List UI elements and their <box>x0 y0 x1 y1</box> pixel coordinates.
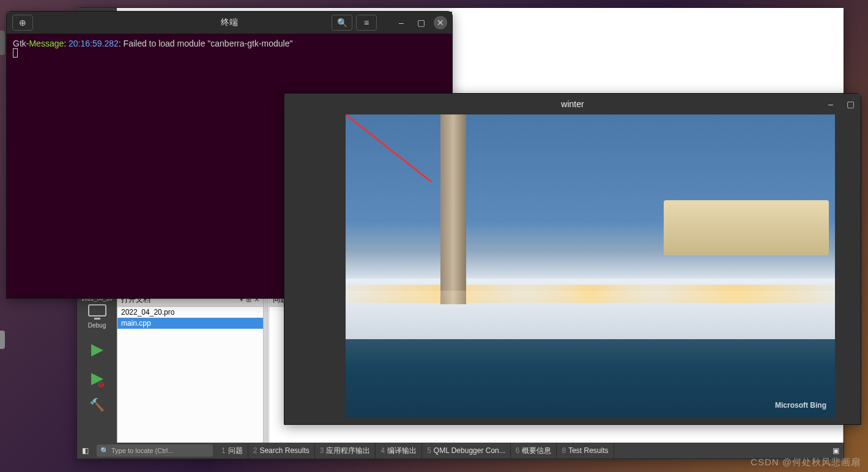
status-pane-button: 5QML Debugger Con... <box>422 443 511 459</box>
open-documents-panel: 打开文档 ▾ ⊞ ✕ 2022_04_20.pro main.cpp <box>117 293 264 459</box>
maximize-button[interactable]: ▢ <box>844 97 857 111</box>
run-button[interactable]: ▶ <box>91 340 103 359</box>
desktop-panel-edge <box>0 331 5 349</box>
status-pane-button: 4编译输出 <box>376 443 422 459</box>
status-pane-button: 2Search Results <box>248 443 315 459</box>
status-pane-button: 3应用程序输出 <box>315 443 376 459</box>
menu-button[interactable]: ≡ <box>356 15 377 31</box>
terminal-titlebar[interactable]: ⊕ 终端 🔍 ≡ – ▢ ✕ <box>7 12 452 34</box>
monitor-icon <box>88 304 106 317</box>
new-tab-button[interactable]: ⊕ <box>12 15 33 31</box>
open-doc-item[interactable]: 2022_04_20.pro <box>117 307 263 318</box>
terminal-title: 终端 <box>221 17 238 28</box>
kit-mode-label: Debug <box>81 322 112 329</box>
image-window: winter – ▢ Microsoft Bing <box>284 93 861 425</box>
image-titlebar[interactable]: winter – ▢ <box>284 94 861 114</box>
minimize-button[interactable]: – <box>824 97 837 111</box>
maximize-button[interactable]: ▢ <box>414 16 428 29</box>
status-pane-button: 1问题 <box>217 443 248 459</box>
svg-line-0 <box>346 114 431 182</box>
locator-input[interactable]: 🔍 Type to locate (Ctrl... <box>97 444 213 457</box>
status-pane-button: 6概要信息 <box>511 443 557 459</box>
church-tower <box>440 114 466 304</box>
minimize-button[interactable]: – <box>395 16 408 29</box>
debug-run-button[interactable]: ▶🐞 <box>91 369 103 388</box>
page-watermark: CSDN @何处秋风悲画扇 <box>751 457 861 468</box>
qtcreator-statusbar: ◧ 🔍 Type to locate (Ctrl... 1问题 2Search … <box>77 443 844 459</box>
terminal-output[interactable]: Gtk-Message: 20:16:59.282: Failed to loa… <box>7 34 452 64</box>
image-content: Microsoft Bing <box>346 114 835 418</box>
sidebar-toggle-button[interactable]: ◧ <box>77 443 93 459</box>
open-doc-item[interactable]: main.cpp <box>117 318 263 329</box>
panel-splitter[interactable] <box>263 293 268 458</box>
bing-watermark: Microsoft Bing <box>775 401 826 410</box>
terminal-cursor <box>13 48 18 58</box>
annotation-line <box>346 114 443 188</box>
kit-selector[interactable]: 2022_04_20 Debug <box>81 296 112 329</box>
image-title: winter <box>561 99 584 109</box>
build-button[interactable]: 🔨 <box>89 397 105 412</box>
status-pane-button: 8Test Results <box>557 443 614 459</box>
desktop-edge <box>0 31 5 55</box>
close-button[interactable]: ✕ <box>434 16 447 29</box>
search-button[interactable]: 🔍 <box>332 15 352 31</box>
castle <box>664 200 829 255</box>
